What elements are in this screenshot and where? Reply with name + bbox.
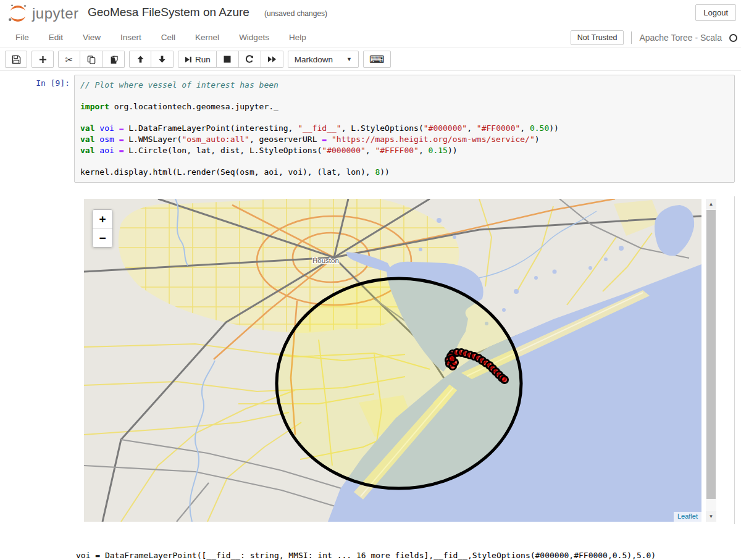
code-editor[interactable]: // Plot where vessel of interest has bee… (80, 80, 729, 177)
save-button[interactable] (5, 51, 27, 68)
move-cell-down-button[interactable] (151, 51, 174, 68)
map-output[interactable]: Houston + − Leaflet (84, 199, 701, 522)
restart-run-all-button[interactable] (261, 51, 283, 68)
map-zoom-control: + − (92, 209, 113, 248)
code-input-area[interactable]: // Plot where vessel of interest has bee… (74, 75, 735, 183)
input-prompt: In [9]: (0, 78, 70, 88)
menu-edit[interactable]: Edit (39, 27, 73, 48)
command-palette-button[interactable]: ⌨ (363, 51, 391, 68)
add-cell-button[interactable] (31, 51, 54, 68)
zoom-in-button[interactable]: + (93, 210, 112, 228)
menubar: File Edit View Insert Cell Kernel Widget… (0, 27, 741, 48)
restart-kernel-button[interactable] (239, 51, 261, 68)
keyboard-icon: ⌨ (369, 54, 385, 65)
menu-kernel[interactable]: Kernel (185, 27, 229, 48)
kernel-status-icon (729, 34, 737, 42)
run-label: Run (195, 55, 211, 64)
cell-type-dropdown[interactable]: Markdown ▼ (288, 51, 359, 68)
city-label-houston: Houston (312, 257, 339, 264)
logout-button[interactable]: Logout (695, 4, 736, 21)
zoom-out-button[interactable]: − (93, 228, 112, 247)
menu-widgets[interactable]: Widgets (229, 27, 279, 48)
text-output: voi = DataFrameLayerPoint([__fid__: stri… (76, 528, 740, 560)
leaflet-attribution[interactable]: Leaflet (674, 512, 701, 522)
cell-type-value: Markdown (295, 55, 333, 64)
add-cell-icon (39, 56, 47, 64)
chevron-down-icon: ▼ (346, 56, 352, 62)
save-icon (12, 55, 21, 64)
copy-icon (87, 55, 96, 64)
output-scrollbar[interactable]: ▲ ▼ (706, 199, 716, 522)
cut-icon: ✂ (65, 55, 73, 64)
cell-border (734, 196, 735, 524)
divider (631, 31, 632, 44)
aoi-circle (277, 278, 521, 488)
paste-button[interactable] (103, 51, 125, 68)
scroll-up-arrow[interactable]: ▲ (706, 199, 716, 209)
menu-help[interactable]: Help (279, 27, 316, 48)
checkpoint-status: (unsaved changes) (264, 9, 327, 18)
jupyter-logo[interactable]: jupyter (7, 4, 79, 23)
menu-view[interactable]: View (73, 27, 111, 48)
move-down-icon (158, 55, 166, 64)
scroll-down-arrow[interactable]: ▼ (706, 511, 716, 522)
trust-status-badge[interactable]: Not Trusted (571, 30, 624, 45)
paste-icon (109, 55, 118, 64)
move-cell-up-button[interactable] (129, 51, 151, 68)
notebook-title[interactable]: GeoMesa FileSystem on Azure (88, 6, 249, 19)
kernel-name: Apache Toree - Scala (639, 33, 722, 43)
menubar-right: Not Trusted Apache Toree - Scala (571, 27, 737, 48)
restart-icon (245, 55, 254, 64)
scrollbar-thumb[interactable] (706, 210, 716, 499)
header: jupyter GeoMesa FileSystem on Azure (uns… (0, 0, 741, 27)
move-up-icon (136, 55, 144, 64)
menu-file[interactable]: File (6, 27, 39, 48)
fast-forward-icon (267, 56, 277, 63)
menu-cell[interactable]: Cell (151, 27, 185, 48)
stop-button[interactable] (217, 51, 239, 68)
run-icon (184, 56, 192, 64)
output-line: voi = DataFrameLayerPoint([__fid__: stri… (76, 550, 740, 560)
jupyter-logo-icon (7, 4, 28, 23)
logo-wordmark: jupyter (32, 5, 79, 22)
toolbar: ✂ Run (0, 48, 741, 71)
copy-button[interactable] (80, 51, 103, 68)
map-canvas: Houston (84, 199, 701, 522)
menu-insert[interactable]: Insert (111, 27, 151, 48)
run-button[interactable]: Run (178, 51, 217, 68)
cut-button[interactable]: ✂ (58, 51, 80, 68)
stop-icon (224, 56, 231, 63)
